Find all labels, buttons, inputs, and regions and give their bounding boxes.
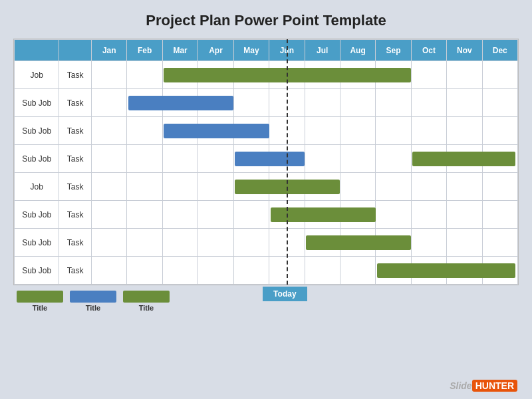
row-7-month-4 <box>233 257 269 285</box>
row-1-month-3 <box>198 89 233 117</box>
header-job-empty <box>15 40 59 61</box>
row-7-month-7 <box>340 257 375 285</box>
row-6-month-6 <box>305 229 340 257</box>
row-4-month-0 <box>92 173 127 201</box>
row-2-month-10 <box>447 117 482 145</box>
row-4-month-11 <box>482 173 517 201</box>
row-7-month-6 <box>305 257 340 285</box>
row-0-month-3 <box>198 61 233 89</box>
row-2-month-11 <box>482 117 517 145</box>
today-button[interactable]: Today <box>263 287 307 301</box>
row-4-month-4 <box>233 173 269 201</box>
row-5-month-7 <box>340 201 375 229</box>
row-6-month-3 <box>198 229 233 257</box>
row-4-month-10 <box>447 173 482 201</box>
row-7-month-8 <box>376 257 411 285</box>
row-5-month-5 <box>269 201 305 229</box>
row-6-month-7 <box>340 229 375 257</box>
row-7-month-10 <box>447 257 482 285</box>
row-7-month-9 <box>411 257 446 285</box>
row-2-task: Task <box>59 117 92 145</box>
row-0-job: Job <box>15 61 59 89</box>
row-3-month-2 <box>162 145 198 173</box>
header-month-feb: Feb <box>127 40 162 61</box>
row-6-month-1 <box>127 229 162 257</box>
row-7-task: Task <box>59 257 92 285</box>
table-row: Sub JobTask <box>15 145 518 173</box>
legend-box-2 <box>123 291 170 303</box>
row-5-month-6 <box>305 201 340 229</box>
row-6-month-8 <box>376 229 411 257</box>
row-3-month-3 <box>198 145 233 173</box>
row-1-month-6 <box>305 89 340 117</box>
row-3-month-4 <box>233 145 269 173</box>
row-3-month-6 <box>305 145 340 173</box>
row-1-month-7 <box>340 89 375 117</box>
row-5-month-1 <box>127 201 162 229</box>
row-4-job: Job <box>15 173 59 201</box>
legend-label-2: Title <box>139 304 154 312</box>
table-row: Sub JobTask <box>15 229 518 257</box>
row-6-month-0 <box>92 229 127 257</box>
row-3-month-5 <box>269 145 305 173</box>
row-5-month-2 <box>162 201 198 229</box>
logo: SlideHUNTER <box>450 380 517 391</box>
row-2-month-5 <box>269 117 305 145</box>
row-6-month-5 <box>269 229 305 257</box>
header-task-empty <box>59 40 92 61</box>
row-0-month-9 <box>411 61 446 89</box>
legend-box-0 <box>17 291 63 303</box>
header-month-may: May <box>233 40 269 61</box>
header-month-apr: Apr <box>198 40 233 61</box>
row-7-month-3 <box>198 257 233 285</box>
table-row: Sub JobTask <box>15 257 518 285</box>
header-month-jul: Jul <box>305 40 340 61</box>
row-5-month-4 <box>233 201 269 229</box>
table-row: Sub JobTask <box>15 89 518 117</box>
row-2-month-4 <box>233 117 269 145</box>
header-month-jun: Jun <box>269 40 305 61</box>
row-2-job: Sub Job <box>15 117 59 145</box>
row-6-task: Task <box>59 229 92 257</box>
table-row: Sub JobTask <box>15 201 518 229</box>
logo-hunter: HUNTER <box>472 380 517 392</box>
row-5-month-9 <box>411 201 446 229</box>
row-1-month-11 <box>482 89 517 117</box>
month-header-row: JanFebMarAprMayJunJulAugSepOctNovDec <box>15 40 518 61</box>
gantt-chart: JanFebMarAprMayJunJulAugSepOctNovDec Job… <box>13 39 519 285</box>
row-0-month-7 <box>340 61 375 89</box>
row-2-month-6 <box>305 117 340 145</box>
row-1-month-8 <box>376 89 411 117</box>
page: Project Plan Power Point Template JanFeb… <box>0 0 532 399</box>
row-1-month-4 <box>233 89 269 117</box>
row-4-month-7 <box>340 173 375 201</box>
row-5-month-8 <box>376 201 411 229</box>
row-0-month-11 <box>482 61 517 89</box>
row-6-month-11 <box>482 229 517 257</box>
row-5-job: Sub Job <box>15 201 59 229</box>
row-7-month-0 <box>92 257 127 285</box>
row-0-month-10 <box>447 61 482 89</box>
row-3-month-10 <box>447 145 482 173</box>
legend-label-0: Title <box>33 304 47 312</box>
row-1-task: Task <box>59 89 92 117</box>
row-1-month-2 <box>162 89 198 117</box>
row-3-month-9 <box>411 145 446 173</box>
row-4-task: Task <box>59 173 92 201</box>
row-2-month-7 <box>340 117 375 145</box>
row-1-month-5 <box>269 89 305 117</box>
header-month-jan: Jan <box>92 40 127 61</box>
row-6-month-4 <box>233 229 269 257</box>
row-3-month-0 <box>92 145 127 173</box>
legend-item-2: Title <box>123 291 170 312</box>
row-2-month-0 <box>92 117 127 145</box>
row-0-month-4 <box>233 61 269 89</box>
row-7-month-5 <box>269 257 305 285</box>
row-4-month-2 <box>162 173 198 201</box>
row-2-month-2 <box>162 117 198 145</box>
row-5-month-0 <box>92 201 127 229</box>
row-7-month-1 <box>127 257 162 285</box>
header-month-nov: Nov <box>447 40 482 61</box>
row-4-month-6 <box>305 173 340 201</box>
row-2-month-3 <box>198 117 233 145</box>
